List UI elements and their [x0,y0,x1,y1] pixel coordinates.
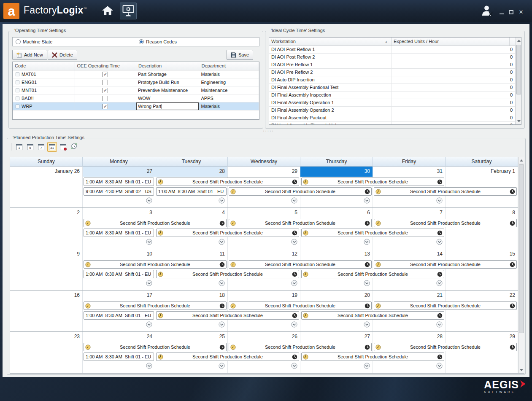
expected-units-cell[interactable]: 0 [392,69,516,76]
calendar-day-cell[interactable]: 23 [10,332,83,373]
recurring-event[interactable]: Second Shift Production Schedule [374,219,517,227]
timeline-view-button[interactable] [69,142,79,152]
recurring-event[interactable]: Second Shift Production Schedule [84,260,227,269]
workstation-row[interactable]: DI AOI Post Reflow 20 [269,54,521,61]
oee-checkbox[interactable] [103,80,108,85]
column-header-expected-units[interactable]: Expected Units / Hour [392,38,510,46]
expected-units-cell[interactable]: 0 [392,54,516,61]
recurring-event[interactable]: Second Shift Production Schedule [156,229,299,237]
more-events-arrow[interactable] [364,280,370,286]
shift-event[interactable]: 1:00 AM 8:30 AM Shift 01 - EU [84,270,154,278]
operating-grid-row[interactable]: BAD!!WOWAPPS [13,94,259,102]
shift-event[interactable]: 1:00 AM 8:30 AM Shift 01 - EU [84,178,154,186]
more-events-arrow[interactable] [291,197,297,204]
oee-checkbox[interactable] [103,96,108,101]
operating-grid-row[interactable]: ENG01Prototype Build RunEngineering [13,78,259,86]
oee-checkbox[interactable]: ✓ [103,104,108,109]
more-events-arrow[interactable] [291,321,297,328]
work-week-view-button[interactable]: 5 [25,142,35,152]
calendar-scrollbar[interactable] [518,157,524,373]
column-header-oee-operating-time[interactable]: OEE Operating Time [75,62,137,70]
row-expander-icon[interactable] [16,81,19,84]
row-expander-icon[interactable] [16,105,19,108]
scroll-up-button[interactable] [516,38,521,44]
recurring-event[interactable]: Second Shift Production Schedule [374,260,517,269]
calendar-day-cell[interactable]: 9 [10,249,83,290]
close-button[interactable]: ✕ [518,8,524,15]
recurring-event[interactable]: Second Shift Production Schedule [156,270,299,278]
more-events-arrow[interactable] [146,321,152,328]
calendar-day-cell[interactable]: 16 [10,291,83,331]
more-events-arrow[interactable] [146,363,152,369]
shift-event[interactable]: 9:00 AM 4:30 PM Shift 02 - US [84,187,154,196]
more-events-arrow[interactable] [436,197,443,204]
expected-units-cell[interactable]: 0 [392,46,516,53]
shift-event[interactable]: 1:00 AM 8:30 AM Shift 01 - EU [84,311,154,320]
calendar-day-cell[interactable]: 29 [446,332,518,373]
save-button[interactable]: Save [227,50,253,60]
more-events-arrow[interactable] [364,321,370,328]
expected-units-cell[interactable]: 0 [392,92,516,99]
workstation-row[interactable]: DI Auto DIP Insertion0 [269,76,521,84]
expected-units-cell[interactable]: 0 [392,99,516,106]
shift-event[interactable]: 1:00 AM 8:30 AM Shift 01 - EU [84,353,154,361]
workstation-row[interactable]: DI Final Assembly Operation 10 [269,99,521,107]
more-events-arrow[interactable] [364,363,370,369]
recurring-event[interactable]: Second Shift Production Schedule [229,260,372,269]
column-header-code[interactable]: Code [13,62,75,70]
oee-checkbox[interactable]: ✓ [103,88,108,93]
scroll-up-button[interactable] [518,157,524,164]
month-view-button[interactable]: 31 [47,142,57,152]
operating-grid-row[interactable]: WRP✓Wrong PartMaterials [13,102,259,110]
more-events-arrow[interactable] [219,363,225,369]
add-new-button[interactable]: Add New [12,50,47,60]
more-events-arrow[interactable] [219,321,225,328]
row-expander-icon[interactable] [16,97,19,100]
shift-event[interactable]: 1:00 AM 8:30 AM Shift 01 - EU [84,229,154,237]
more-events-arrow[interactable] [219,239,225,245]
oee-settings-button[interactable] [120,3,137,19]
workstation-row[interactable]: DI FInal Assembly Inspection0 [269,92,521,99]
workstation-grid-scrollbar[interactable] [516,38,521,124]
recurring-event[interactable]: Second Shift Production Schedule [374,343,517,351]
full-week-view-button[interactable] [58,142,68,152]
more-events-arrow[interactable] [219,197,225,204]
radio-reason-codes[interactable]: Reason Codes [139,39,177,44]
row-expander-icon[interactable] [16,89,19,92]
more-events-arrow[interactable] [146,239,152,245]
expected-units-cell[interactable]: 0 [392,61,516,68]
recurring-event[interactable]: Second Shift Production Schedule [301,178,444,186]
column-header-workstation[interactable]: Workstation▲ [269,38,392,46]
shift-event[interactable]: 1:00 AM 8:30 AM Shift 01 - EU [156,187,227,196]
row-expander-icon[interactable] [16,73,19,76]
description-edit-input[interactable]: Wrong Part [136,102,199,110]
more-events-arrow[interactable] [436,280,443,286]
recurring-event[interactable]: Second Shift Production Schedule [301,353,444,361]
recurring-event[interactable]: Second Shift Production Schedule [229,187,372,196]
workstation-row[interactable]: DI Final Assembly Packout0 [269,114,521,122]
minimize-button[interactable] [498,8,505,15]
recurring-event[interactable]: Second Shift Production Schedule [301,311,444,320]
expected-units-cell[interactable]: 0 [392,76,516,83]
operating-grid-row[interactable]: MAT01✓Part ShortageMaterials [13,70,259,78]
day-view-button[interactable]: 1 [14,142,24,152]
workstation-row[interactable]: DI AOI Pre Reflow 10 [269,61,521,69]
scroll-down-button[interactable] [516,118,521,124]
column-header-description[interactable]: Description [136,62,199,70]
recurring-event[interactable]: Second Shift Production Schedule [301,229,444,237]
recurring-event[interactable]: Second Shift Production Schedule [156,178,299,186]
recurring-event[interactable]: Second Shift Production Schedule [229,219,372,227]
more-events-arrow[interactable] [291,363,297,369]
logout-user-button[interactable] [481,5,494,17]
splitter-handle[interactable]: ····· [247,129,289,133]
delete-button[interactable]: Delete [48,50,77,60]
scroll-down-button[interactable] [518,366,524,373]
recurring-event[interactable]: Second Shift Production Schedule [301,270,444,278]
expected-units-cell[interactable]: 0 [392,122,516,125]
maximize-button[interactable] [508,9,514,15]
calendar-day-cell[interactable]: 15 [446,249,518,290]
recurring-event[interactable]: Second Shift Production Schedule [229,301,372,310]
calendar-day-cell[interactable]: 8 [446,208,518,249]
calendar-day-cell[interactable]: January 26 [10,167,83,207]
more-events-arrow[interactable] [146,280,152,286]
